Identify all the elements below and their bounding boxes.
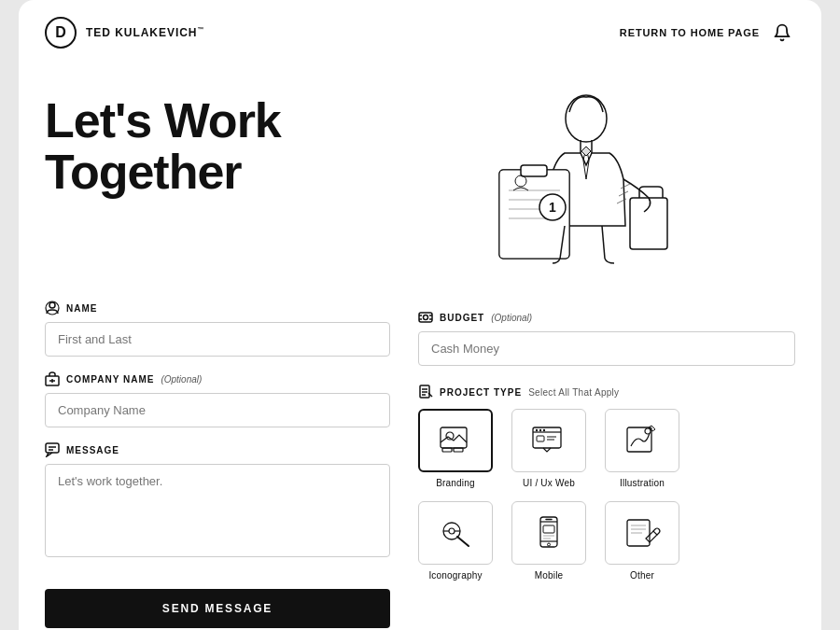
mobile-svg: [528, 512, 569, 553]
budget-icon: [418, 310, 433, 325]
message-label: MESSAGE: [45, 442, 390, 457]
svg-point-45: [449, 528, 455, 534]
illustration-icon-svg: [622, 420, 663, 461]
svg-rect-4: [521, 165, 547, 176]
bell-icon[interactable]: [773, 23, 791, 42]
right-panel: BUDGET (Optional) PROJECT TYPE Sele: [418, 301, 795, 628]
svg-point-0: [566, 95, 607, 142]
svg-point-38: [543, 429, 545, 431]
project-icon-mobile[interactable]: [511, 501, 586, 565]
svg-point-37: [539, 429, 541, 431]
logo-circle: D: [45, 17, 77, 49]
hero-illustration: 1: [325, 67, 795, 273]
svg-text:1: 1: [549, 200, 556, 215]
ui-ux-label: UI / Ux Web: [523, 478, 575, 488]
logo-name: TED KULAKEVICH™: [86, 26, 204, 39]
svg-rect-17: [46, 443, 59, 453]
svg-point-51: [548, 543, 551, 546]
message-field-group: MESSAGE: [45, 442, 390, 561]
project-icon-other[interactable]: [605, 501, 679, 565]
branding-label: Branding: [436, 478, 475, 488]
name-icon: [45, 301, 60, 315]
company-field-group: COMPANY NAME (Optional): [45, 371, 390, 427]
budget-input[interactable]: [418, 331, 795, 366]
project-item-ui-ux[interactable]: UI / Ux Web: [511, 409, 586, 488]
project-item-iconography[interactable]: Iconography: [418, 501, 493, 581]
svg-point-12: [49, 302, 55, 308]
svg-rect-42: [627, 427, 651, 452]
uiux-svg: [528, 420, 569, 461]
iconography-label: Iconography: [428, 570, 482, 581]
svg-rect-53: [543, 525, 554, 533]
page-container: D TED KULAKEVICH™ RETURN TO HOME PAGE Le…: [19, 0, 821, 630]
project-icon-ui-ux[interactable]: [511, 409, 586, 472]
svg-rect-20: [419, 313, 432, 322]
project-type-grid: Branding: [418, 409, 795, 581]
left-panel: NAME COMPANY NAME (Optional): [45, 301, 418, 628]
project-type-field-group: PROJECT TYPE Select All That Apply: [418, 385, 795, 581]
branding-svg: [435, 420, 476, 461]
company-label: COMPANY NAME (Optional): [45, 371, 390, 386]
project-item-other[interactable]: Other: [605, 501, 679, 581]
project-icon-branding[interactable]: [418, 409, 493, 472]
illustration-svg: 1: [448, 77, 672, 273]
project-item-mobile[interactable]: Mobile: [511, 501, 586, 581]
logo-letter: D: [55, 24, 66, 41]
send-message-button[interactable]: SEND MESSAGE: [45, 589, 390, 628]
project-icon-iconography[interactable]: [418, 501, 493, 565]
svg-point-36: [536, 429, 538, 431]
message-icon: [45, 442, 60, 457]
project-item-branding[interactable]: Branding: [418, 409, 493, 488]
project-type-icon: [418, 385, 433, 399]
name-input[interactable]: [45, 322, 390, 357]
hero-text: Let's Work Together: [45, 67, 325, 197]
budget-label: BUDGET (Optional): [418, 310, 795, 325]
project-item-illustration[interactable]: Illustration: [605, 409, 679, 488]
hero-title: Let's Work Together: [45, 67, 325, 197]
other-label: Other: [630, 570, 654, 581]
svg-rect-39: [537, 436, 544, 441]
name-label: NAME: [45, 301, 390, 315]
header-right: RETURN TO HOME PAGE: [620, 23, 791, 42]
other-svg: [622, 512, 663, 553]
svg-point-21: [424, 315, 428, 320]
company-input[interactable]: [45, 393, 390, 427]
logo-area: D TED KULAKEVICH™: [45, 17, 204, 49]
svg-point-43: [645, 428, 651, 434]
name-field-group: NAME: [45, 301, 390, 357]
iconography-svg: [435, 512, 476, 553]
company-icon: [45, 371, 60, 386]
svg-rect-1: [630, 198, 667, 249]
header: D TED KULAKEVICH™ RETURN TO HOME PAGE: [19, 0, 821, 58]
project-type-label: PROJECT TYPE Select All That Apply: [418, 385, 795, 399]
main-content: NAME COMPANY NAME (Optional): [19, 301, 821, 630]
project-icon-illustration[interactable]: [605, 409, 679, 472]
illustration-label: Illustration: [620, 478, 665, 488]
message-textarea[interactable]: [45, 464, 390, 557]
return-home-link[interactable]: RETURN TO HOME PAGE: [620, 27, 760, 38]
hero-section: Let's Work Together: [19, 58, 821, 273]
mobile-label: Mobile: [535, 570, 564, 581]
budget-field-group: BUDGET (Optional): [418, 310, 795, 366]
